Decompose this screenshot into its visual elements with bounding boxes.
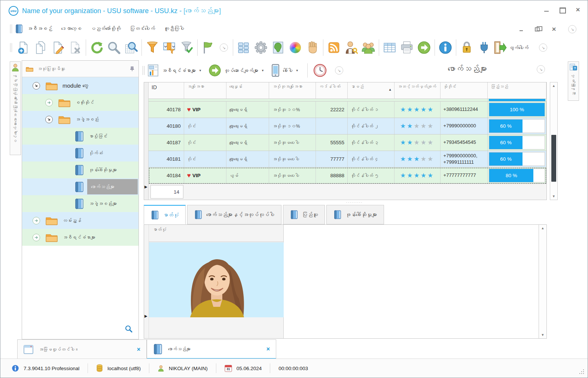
table-row[interactable]: 40187 လိုင်း လျှော့ဈေးမရှိ အပိုဆုမပေးပါ … xyxy=(149,134,546,151)
expand-icon[interactable] xyxy=(33,234,40,241)
actions-menu-button[interactable]: လုပ်ဆောင်ချက်များ▼ xyxy=(208,64,264,77)
table-row[interactable]: 40180 လိုင်း လျှော့ဈေးမရှိ အပိုဆု ၁၀% လိ… xyxy=(149,118,546,134)
cell-rating[interactable]: ★★★★★ xyxy=(394,134,441,151)
window-tab-clients[interactable]: ဖောက်သည်များ × xyxy=(147,339,276,359)
col-header-name[interactable]: နာမည်▲ xyxy=(348,82,394,99)
mdi-close-button[interactable]: × xyxy=(551,27,557,32)
tree-item-directory[interactable]: လမ်းညွှန် xyxy=(22,212,138,229)
menu-item-window[interactable]: ပြတင်းပေါက် xyxy=(130,26,155,31)
tab-photo[interactable]: ဓာတ်ပုံ xyxy=(144,205,186,224)
scheduler-button[interactable] xyxy=(313,64,327,77)
scroll-up-arrow[interactable]: ▲ xyxy=(539,225,546,232)
actionbar-grip[interactable] xyxy=(143,66,144,75)
expand-icon[interactable] xyxy=(33,217,40,224)
table-vertical-scrollbar[interactable]: ▲ ▼ xyxy=(550,82,558,200)
tree-item-calls[interactable]: ဖုန်းခေါ်ဆိုမှုများ xyxy=(22,161,138,178)
close-button[interactable]: × xyxy=(575,7,581,12)
print-button[interactable] xyxy=(398,39,415,57)
collapse-icon[interactable] xyxy=(33,82,40,90)
pin-icon[interactable] xyxy=(130,66,135,72)
settings-button[interactable] xyxy=(252,39,269,57)
go-forward-button[interactable] xyxy=(415,39,433,57)
client-photo[interactable] xyxy=(149,242,283,317)
tree-item-mailing[interactable]: စာပို့ခြင်း xyxy=(22,128,138,145)
user-access-button[interactable] xyxy=(342,39,360,57)
tree-search-button[interactable] xyxy=(125,325,132,334)
mdi-restore-button[interactable] xyxy=(535,27,540,31)
menu-item-help[interactable]: ကူညီကြပါ xyxy=(164,26,184,31)
filter-confirm-button[interactable] xyxy=(178,39,195,57)
toolbar-overflow-1[interactable]: ↘ xyxy=(220,43,228,52)
photo-column-header[interactable]: ဓာတ်ပုံ xyxy=(149,225,283,242)
rss-button[interactable] xyxy=(325,39,342,57)
modules-button[interactable] xyxy=(235,39,252,57)
col-header-mobile[interactable]: မိုဘိုင်း xyxy=(441,82,488,99)
panel-overflow[interactable]: ↘ xyxy=(537,65,545,73)
flag-button[interactable] xyxy=(199,39,217,57)
close-tab-icon[interactable]: × xyxy=(266,346,270,353)
col-header-bonus[interactable]: အပိုဆုအမျိုးအစား xyxy=(269,82,316,99)
advanced-search-button[interactable] xyxy=(122,39,140,57)
active-users-side-tab[interactable]: ဝင်ရောက်ထားသောအသုံးပြုသူများကိုကြည့်ရန် xyxy=(10,61,21,155)
map-button[interactable] xyxy=(269,39,287,57)
resize-grip[interactable] xyxy=(579,369,584,374)
instructions-side-tab[interactable]: ? ညွှန်ကြားချက် xyxy=(568,61,579,101)
plugin-button[interactable] xyxy=(475,39,493,57)
menu-overflow-button[interactable]: ↘ xyxy=(568,25,576,33)
scroll-thumb[interactable] xyxy=(551,135,556,182)
col-header-type[interactable]: အမျိုးအစား xyxy=(184,82,226,99)
tree-item-organization[interactable]: အဖွဲ့အစည်း xyxy=(22,111,138,128)
table-view-button[interactable] xyxy=(381,39,398,57)
refresh-button[interactable] xyxy=(88,39,105,57)
horizontal-splitter[interactable]: ········· xyxy=(143,200,566,204)
scroll-down-arrow[interactable]: ▼ xyxy=(539,332,546,338)
col-header-price[interactable]: ဈေးနှုန်း xyxy=(226,82,269,99)
collapse-icon[interactable] xyxy=(45,116,53,123)
tree-item-module[interactable]: module တွေ xyxy=(22,77,138,94)
filter-button[interactable] xyxy=(144,39,161,57)
minimize-button[interactable] xyxy=(543,7,549,12)
col-header-card[interactable]: ကဒ်နံပါတ်း xyxy=(316,82,348,99)
toolbar-grip-2[interactable] xyxy=(10,43,12,52)
table-row[interactable]: 40178 ♥VIP လျှော့ဈေးမရှိ အပိုဆု ၁၀% 2222… xyxy=(149,102,546,118)
toolbar-grip[interactable] xyxy=(10,24,12,33)
call-menu-button[interactable]: ခေါ်ပါ▼ xyxy=(271,64,299,77)
menu-item-commands[interactable]: ပညတ်တော်တို့ကို xyxy=(91,26,121,31)
tree-item-clients-selected[interactable]: ဖောက်သည်များ xyxy=(22,178,138,195)
close-tab-icon[interactable]: × xyxy=(137,346,140,353)
hand-button[interactable] xyxy=(304,39,321,57)
table-row[interactable]: 40181 လိုင်း လျှော့ဈေးမရှိ အပိုဆုမပေးပါ … xyxy=(149,151,546,167)
actionbar-overflow[interactable]: ↘ xyxy=(335,66,343,75)
cell-rating[interactable]: ★★★★★ xyxy=(394,102,441,118)
new-record-button[interactable] xyxy=(15,39,32,57)
cell-rating[interactable]: ★★★★★ xyxy=(394,167,441,184)
tab-phone-calls[interactable]: ဖုန်းခေါ်ဆိုမှုများ xyxy=(326,205,384,224)
exit-button[interactable]: ထွက်ပေါက် xyxy=(493,41,528,54)
tree-item-money[interactable]: ပိုက်ဆံ xyxy=(22,145,138,161)
users-group-button[interactable] xyxy=(360,39,377,57)
col-header-rating[interactable]: အဆင့်သတ်မှတ်ချက် xyxy=(394,82,441,99)
info-button[interactable] xyxy=(437,39,454,57)
menu-item-program[interactable]: အစီအစဉ် xyxy=(27,26,52,31)
scroll-up-arrow[interactable]: ▲ xyxy=(550,82,557,89)
window-tab-main[interactable]: အမြဲမလှုပ်တင်ပါ။ × xyxy=(17,339,147,359)
photo-panel-scrollbar[interactable]: ▲ ▼ xyxy=(539,225,546,338)
mdi-minimize-button[interactable] xyxy=(519,27,524,32)
search-button[interactable] xyxy=(105,39,122,57)
col-header-id[interactable]: ID xyxy=(149,82,184,99)
lock-button[interactable] xyxy=(458,39,475,57)
toolbar-overflow-2[interactable]: ↘ xyxy=(539,43,547,52)
filter-panel-button[interactable] xyxy=(161,39,178,57)
cell-rating[interactable]: ★★★★★ xyxy=(394,151,441,167)
cell-rating[interactable]: ★★★★★ xyxy=(394,118,441,134)
tab-public[interactable]: ပြည်သူ xyxy=(283,205,325,224)
tab-work-with-clients[interactable]: ဖောက်သည်များနှင့်အလုပ်လုပ်ပါ xyxy=(187,205,281,224)
edit-record-button[interactable] xyxy=(49,39,67,57)
tree-item-organizations[interactable]: အဖွဲ့အစည်းများ xyxy=(22,195,138,212)
scroll-down-arrow[interactable]: ▼ xyxy=(550,193,557,200)
tree-item-reports[interactable]: အစီရင်ခံစာများ xyxy=(22,229,138,246)
col-header-fill[interactable]: ဖြည့်သည် xyxy=(488,82,546,99)
reports-menu-button[interactable]: အစီရင်ခံစာများ▼ xyxy=(147,64,202,77)
table-row-selected[interactable]: 40184 ♥VIP ယွမ် အပိုဆုမပေးပါ 88888 လိုင်… xyxy=(149,167,546,184)
delete-record-button[interactable] xyxy=(67,39,84,57)
